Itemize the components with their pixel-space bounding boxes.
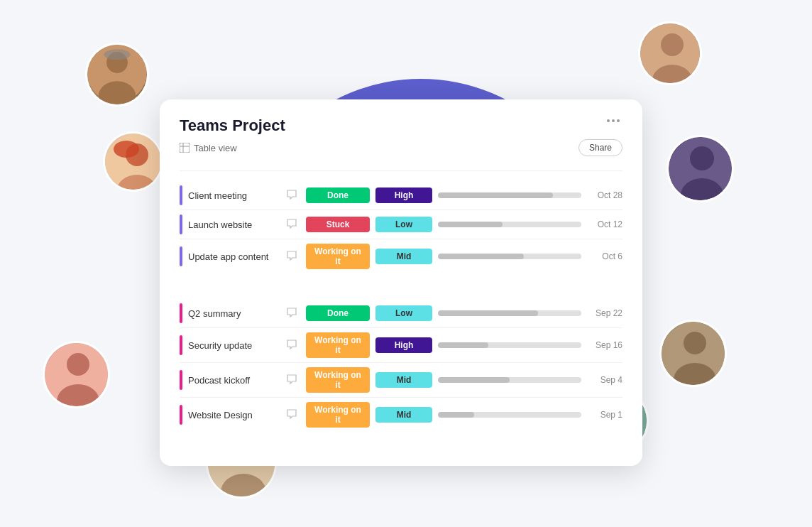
table-view-label: Table view: [180, 143, 237, 153]
progress-bar-fill: [438, 377, 510, 383]
date-label: Sep 4: [587, 375, 622, 385]
priority-badge: Mid: [375, 249, 432, 264]
table-icon: [180, 143, 190, 153]
share-button[interactable]: Share: [578, 139, 622, 156]
task-row[interactable]: Q2 summary Done Low Sep 22: [180, 299, 622, 328]
chat-icon[interactable]: [286, 374, 300, 387]
progress-bar-fill: [438, 342, 488, 348]
card-subheader: Table view Share: [180, 139, 622, 156]
svg-point-5: [661, 33, 684, 56]
table-view-text: Table view: [194, 143, 237, 153]
progress-bar-fill: [438, 310, 538, 316]
task-row[interactable]: Client meeting Done High Oct 28: [180, 181, 622, 210]
task-name: Podcast kickoff: [188, 375, 280, 386]
progress-bar: [438, 412, 581, 418]
group-indicator: [180, 246, 182, 266]
date-label: Sep 22: [587, 308, 622, 318]
divider: [180, 170, 622, 171]
group-indicator: [180, 214, 182, 234]
task-row[interactable]: Security update Working on it High Sep 1…: [180, 328, 622, 363]
progress-bar-fill: [438, 192, 553, 198]
status-badge: Done: [306, 305, 370, 321]
avatar: [85, 43, 149, 107]
avatar: [638, 21, 702, 85]
priority-badge: Mid: [375, 372, 432, 388]
task-group-1: Client meeting Done High Oct 28 Launch w…: [180, 181, 622, 273]
date-label: Oct 28: [587, 190, 622, 200]
status-badge: Working on it: [306, 332, 370, 358]
chat-icon[interactable]: [286, 218, 300, 232]
group-indicator: [180, 303, 182, 323]
status-badge: Stuck: [306, 217, 370, 232]
progress-bar: [438, 222, 581, 227]
task-row[interactable]: Launch website Stuck Low Oct 12: [180, 210, 622, 239]
status-badge: Working on it: [306, 244, 370, 269]
task-row[interactable]: Podcast kickoff Working on it Mid Sep 4: [180, 363, 622, 398]
main-card: Teams Project Table view Share Client me…: [160, 99, 642, 466]
date-label: Oct 12: [587, 219, 622, 229]
svg-point-10: [114, 141, 139, 158]
priority-badge: Mid: [375, 407, 432, 423]
svg-rect-26: [180, 143, 190, 153]
date-label: Oct 6: [587, 251, 622, 261]
task-name: Q2 summary: [188, 308, 280, 319]
chat-icon[interactable]: [286, 408, 300, 422]
group-indicator: [180, 370, 182, 390]
chat-icon[interactable]: [286, 307, 300, 320]
task-name: Update app content: [188, 251, 280, 262]
date-label: Sep 16: [587, 340, 622, 350]
task-row[interactable]: Website Design Working on it Mid Sep 1: [180, 398, 622, 432]
status-badge: Working on it: [306, 367, 370, 393]
group-indicator: [180, 185, 182, 205]
priority-badge: High: [375, 337, 432, 353]
dot: [612, 119, 615, 122]
avatar: [659, 320, 727, 387]
priority-badge: High: [375, 188, 432, 203]
dot: [617, 119, 620, 122]
avatar: [666, 135, 734, 202]
svg-point-12: [690, 146, 714, 170]
group-indicator: [180, 405, 182, 425]
status-badge: Working on it: [306, 402, 370, 428]
task-row[interactable]: Update app content Working on it Mid Oct…: [180, 239, 622, 273]
progress-bar: [438, 342, 581, 348]
progress-bar: [438, 310, 581, 316]
chat-icon[interactable]: [286, 250, 300, 264]
task-name: Security update: [188, 340, 280, 351]
progress-bar: [438, 192, 581, 198]
priority-badge: Low: [375, 217, 432, 232]
progress-bar-fill: [438, 222, 503, 227]
svg-point-15: [67, 353, 89, 376]
priority-badge: Low: [375, 305, 432, 321]
svg-point-3: [104, 49, 130, 60]
chat-icon[interactable]: [286, 189, 300, 202]
date-label: Sep 1: [587, 410, 622, 420]
dot: [607, 119, 610, 122]
task-name: Launch website: [188, 219, 280, 230]
progress-bar-fill: [438, 254, 524, 259]
task-name: Client meeting: [188, 190, 280, 201]
task-name: Website Design: [188, 410, 280, 420]
status-badge: Done: [306, 188, 370, 203]
progress-bar-fill: [438, 412, 474, 418]
progress-bar: [438, 254, 581, 259]
avatar: [43, 341, 110, 408]
progress-bar: [438, 377, 581, 383]
svg-point-21: [684, 332, 706, 354]
task-group-2: Q2 summary Done Low Sep 22 Security upda…: [180, 299, 622, 432]
section-gap: [180, 288, 622, 299]
chat-icon[interactable]: [286, 339, 300, 352]
avatar: [103, 131, 163, 192]
dots-menu-button[interactable]: [604, 116, 622, 125]
card-title: Teams Project: [180, 116, 285, 135]
card-header: Teams Project: [180, 116, 622, 135]
group-indicator: [180, 335, 182, 355]
